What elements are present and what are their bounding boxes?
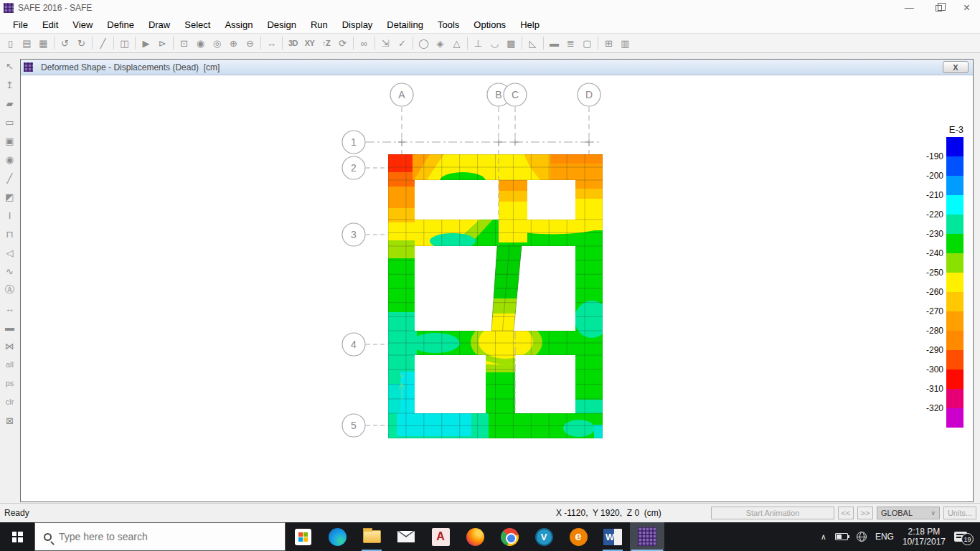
language-indicator[interactable]: ENG bbox=[875, 532, 894, 542]
coordinate-system-dropdown[interactable]: GLOBAL ∨ bbox=[877, 507, 940, 519]
taskbar-safe-icon[interactable] bbox=[630, 522, 664, 551]
display-window-title-bar[interactable]: Deformed Shape - Displacements (Dead) [c… bbox=[21, 60, 973, 75]
show-deformed-icon[interactable]: ◡ bbox=[486, 34, 503, 52]
display-window-close-button[interactable]: X bbox=[943, 61, 969, 73]
draw-wall-icon[interactable]: ◁ bbox=[1, 243, 18, 262]
pan-icon[interactable]: ↔ bbox=[263, 34, 280, 52]
redo-icon[interactable]: ↻ bbox=[73, 34, 90, 52]
draw-column-icon[interactable]: ⊓ bbox=[1, 225, 18, 243]
menu-item[interactable]: Edit bbox=[35, 17, 65, 32]
shrink-objects-icon[interactable]: ⇲ bbox=[377, 34, 394, 52]
draw-rotated-text-icon[interactable]: Ⓐ bbox=[1, 281, 18, 299]
open-file-icon[interactable]: ▤ bbox=[19, 34, 35, 52]
draw-beam-icon[interactable]: I bbox=[1, 206, 18, 225]
menu-item[interactable]: File bbox=[6, 17, 35, 32]
select-pointer-icon[interactable]: ↖ bbox=[1, 57, 18, 75]
menu-item[interactable]: Design bbox=[260, 17, 303, 32]
menu-item[interactable]: Draw bbox=[141, 17, 177, 32]
select-area-icon[interactable]: ▢ bbox=[579, 34, 595, 52]
taskbar-word-icon[interactable]: W bbox=[595, 522, 630, 551]
hidden-icons-chevron[interactable]: ∧ bbox=[821, 532, 826, 542]
zoom-previous-icon[interactable]: ◎ bbox=[209, 34, 225, 52]
show-contours-icon[interactable]: ▩ bbox=[503, 34, 519, 52]
step-forward-button[interactable]: >> bbox=[857, 507, 873, 519]
taskbar-eapp-icon[interactable]: e bbox=[561, 522, 595, 551]
menu-item[interactable]: Display bbox=[335, 17, 380, 32]
menu-item[interactable]: Help bbox=[513, 17, 547, 32]
show-undeformed-icon[interactable]: △ bbox=[448, 34, 465, 52]
view-xz-icon[interactable]: ↑Z bbox=[318, 34, 334, 52]
check-model-icon[interactable]: ✓ bbox=[394, 34, 410, 52]
draw-line-icon[interactable]: ╱ bbox=[95, 34, 111, 52]
plan-view-button[interactable]: ps bbox=[1, 374, 18, 392]
start-button[interactable] bbox=[0, 522, 34, 551]
clear-display-button[interactable]: clr bbox=[1, 392, 18, 411]
menu-item[interactable]: View bbox=[65, 17, 100, 32]
view-3d-icon[interactable]: 3D bbox=[285, 34, 301, 52]
menu-item[interactable]: Tools bbox=[430, 17, 466, 32]
quick-draw-opening-icon[interactable]: ◉ bbox=[1, 150, 18, 169]
zoom-out-icon[interactable]: ⊖ bbox=[242, 34, 258, 52]
show-forces-icon[interactable]: ◺ bbox=[524, 34, 541, 52]
search-input[interactable] bbox=[59, 531, 260, 542]
design-display-icon[interactable]: ≣ bbox=[562, 34, 579, 52]
object-visibility-icon[interactable]: ∞ bbox=[356, 34, 372, 52]
taskbar-firefox-icon[interactable] bbox=[458, 522, 492, 551]
draw-tendon-icon[interactable]: ∿ bbox=[1, 262, 18, 281]
taskbar-mail-icon[interactable] bbox=[389, 522, 423, 551]
taskbar-store-icon[interactable] bbox=[286, 522, 320, 551]
menu-item[interactable]: Define bbox=[100, 17, 141, 32]
menu-item[interactable]: Options bbox=[466, 17, 513, 32]
draw-rect-slab-icon[interactable]: ▭ bbox=[1, 113, 18, 131]
taskbar-vapp-icon[interactable]: V bbox=[527, 522, 561, 551]
assign-loads-icon[interactable]: ◈ bbox=[432, 34, 448, 52]
undo-icon[interactable]: ↺ bbox=[57, 34, 73, 52]
start-animation-button[interactable]: Start Animation bbox=[711, 507, 834, 519]
draw-line-object-icon[interactable]: ╱ bbox=[1, 169, 18, 187]
lock-model-icon[interactable]: ◫ bbox=[116, 34, 133, 52]
rotate-view-icon[interactable]: ⟳ bbox=[334, 34, 351, 52]
draw-points-icon[interactable]: ◯ bbox=[415, 34, 432, 52]
show-loads-icon[interactable]: ⊥ bbox=[470, 34, 486, 52]
toggle-snap-icon[interactable]: ⊠ bbox=[1, 411, 18, 430]
model-canvas[interactable]: ABCD12345 Y E-3 -190-200-210-220-230-240… bbox=[21, 75, 973, 501]
units-button[interactable]: Units... bbox=[943, 507, 976, 519]
draw-dimension-icon[interactable]: ↔ bbox=[1, 299, 18, 318]
menu-item[interactable]: Select bbox=[177, 17, 217, 32]
taskbar-edge-icon[interactable] bbox=[320, 522, 354, 551]
close-button[interactable]: × bbox=[963, 3, 970, 13]
show-all-button[interactable]: all bbox=[1, 355, 18, 374]
step-back-button[interactable]: << bbox=[838, 507, 854, 519]
select-reshape-icon[interactable]: ↥ bbox=[1, 75, 18, 94]
draw-slab-icon[interactable]: ▰ bbox=[1, 94, 18, 113]
taskbar-explorer-icon[interactable] bbox=[354, 522, 389, 551]
menu-item[interactable]: Detailing bbox=[380, 17, 430, 32]
database-tables-icon[interactable]: ▥ bbox=[617, 34, 633, 52]
view-xy-icon[interactable]: XY bbox=[301, 34, 318, 52]
minimize-button[interactable]: — bbox=[905, 4, 914, 11]
run-detailing-icon[interactable]: ⊳ bbox=[154, 34, 171, 52]
restore-button[interactable] bbox=[936, 5, 942, 11]
taskbar-search[interactable] bbox=[34, 522, 286, 551]
run-analysis-icon[interactable]: ▶ bbox=[138, 34, 154, 52]
quick-draw-slab-icon[interactable]: ▣ bbox=[1, 131, 18, 150]
zoom-in-icon[interactable]: ⊕ bbox=[225, 34, 242, 52]
draw-release-icon[interactable]: ⋈ bbox=[1, 336, 18, 355]
grid-options-icon[interactable]: ⊞ bbox=[600, 34, 617, 52]
show-strips-icon[interactable]: ▬ bbox=[546, 34, 562, 52]
deformed-shape-plot[interactable]: ABCD12345 Y bbox=[21, 75, 973, 500]
taskbar-chrome-icon[interactable] bbox=[492, 522, 527, 551]
zoom-window-icon[interactable]: ⊡ bbox=[176, 34, 192, 52]
save-icon[interactable]: ▦ bbox=[35, 34, 52, 52]
battery-icon[interactable] bbox=[835, 533, 848, 540]
zoom-extents-icon[interactable]: ◉ bbox=[192, 34, 209, 52]
quick-draw-line-icon[interactable]: ◩ bbox=[1, 187, 18, 206]
menu-item[interactable]: Assign bbox=[217, 17, 260, 32]
taskbar-autocad-icon[interactable]: A bbox=[423, 522, 458, 551]
notification-center-icon[interactable]: 19 bbox=[954, 532, 967, 542]
network-icon[interactable] bbox=[857, 532, 867, 542]
draw-design-strip-icon[interactable]: ▬ bbox=[1, 318, 18, 336]
menu-item[interactable]: Run bbox=[303, 17, 335, 32]
clock[interactable]: 2:18 PM 10/17/2017 bbox=[903, 527, 946, 547]
new-model-icon[interactable]: ▯ bbox=[2, 34, 19, 52]
